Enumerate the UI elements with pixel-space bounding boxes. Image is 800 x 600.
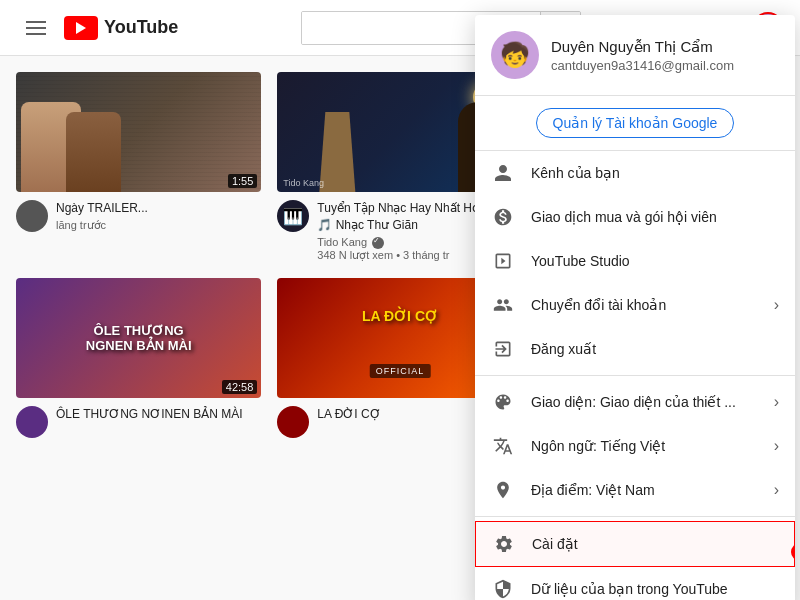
menu-item-kenh[interactable]: Kênh của bạn: [475, 151, 795, 195]
arrow-icon-ngon-ngu: ›: [774, 437, 779, 455]
account-info: Duyên Nguyễn Thị Cẩm cantduyen9a31416@gm…: [551, 38, 779, 73]
menu-item-dang-xuat[interactable]: Đăng xuất: [475, 327, 795, 371]
arrow-icon-dia-diem: ›: [774, 481, 779, 499]
studio-icon: [491, 249, 515, 273]
gear-icon: [492, 532, 516, 556]
shield-icon: [491, 577, 515, 600]
menu-item-du-lieu[interactable]: Dữ liệu của bạn trong YouTube: [475, 567, 795, 600]
menu-label-ngon-ngu: Ngôn ngữ: Tiếng Việt: [531, 438, 758, 454]
translate-icon: [491, 434, 515, 458]
menu-label-dang-xuat: Đăng xuất: [531, 341, 779, 357]
menu-item-giao-dich[interactable]: Giao dịch mua và gói hội viên: [475, 195, 795, 239]
divider-1: [475, 375, 795, 376]
divider-2: [475, 516, 795, 517]
theme-icon: [491, 390, 515, 414]
account-name: Duyên Nguyễn Thị Cẩm: [551, 38, 779, 56]
menu-label-cai-dat: Cài đặt: [532, 536, 778, 552]
menu-item-ngon-ngu[interactable]: Ngôn ngữ: Tiếng Việt ›: [475, 424, 795, 468]
dropdown-overlay: 🧒 Duyên Nguyễn Thị Cẩm cantduyen9a31416@…: [0, 0, 800, 600]
menu-item-chuyen-doi[interactable]: Chuyển đổi tài khoản ›: [475, 283, 795, 327]
arrow-icon-chuyen-doi: ›: [774, 296, 779, 314]
manage-google-button[interactable]: Quản lý Tài khoản Google: [536, 108, 735, 138]
menu-item-yt-studio[interactable]: YouTube Studio: [475, 239, 795, 283]
location-icon: [491, 478, 515, 502]
menu-label-dia-diem: Địa điểm: Việt Nam: [531, 482, 758, 498]
badge-2: 2: [791, 543, 795, 561]
account-header: 🧒 Duyên Nguyễn Thị Cẩm cantduyen9a31416@…: [475, 15, 795, 96]
menu-item-cai-dat[interactable]: Cài đặt 2: [475, 521, 795, 567]
menu-label-chuyen-doi: Chuyển đổi tài khoản: [531, 297, 758, 313]
menu-label-giao-dien: Giao diện: Giao diện của thiết ...: [531, 394, 758, 410]
menu-item-dia-diem[interactable]: Địa điểm: Việt Nam ›: [475, 468, 795, 512]
person-icon: [491, 161, 515, 185]
menu-label-yt-studio: YouTube Studio: [531, 253, 779, 269]
switch-icon: [491, 293, 515, 317]
arrow-icon-giao-dien: ›: [774, 393, 779, 411]
menu-label-du-lieu: Dữ liệu của bạn trong YouTube: [531, 581, 779, 597]
manage-google-section: Quản lý Tài khoản Google: [475, 96, 795, 151]
menu-label-kenh: Kênh của bạn: [531, 165, 779, 181]
menu-item-giao-dien[interactable]: Giao diện: Giao diện của thiết ... ›: [475, 380, 795, 424]
account-avatar-large: 🧒: [491, 31, 539, 79]
logout-icon: [491, 337, 515, 361]
menu-label-giao-dich: Giao dịch mua và gói hội viên: [531, 209, 779, 225]
account-dropdown: 🧒 Duyên Nguyễn Thị Cẩm cantduyen9a31416@…: [475, 15, 795, 600]
dollar-icon: [491, 205, 515, 229]
account-email: cantduyen9a31416@gmail.com: [551, 58, 779, 73]
